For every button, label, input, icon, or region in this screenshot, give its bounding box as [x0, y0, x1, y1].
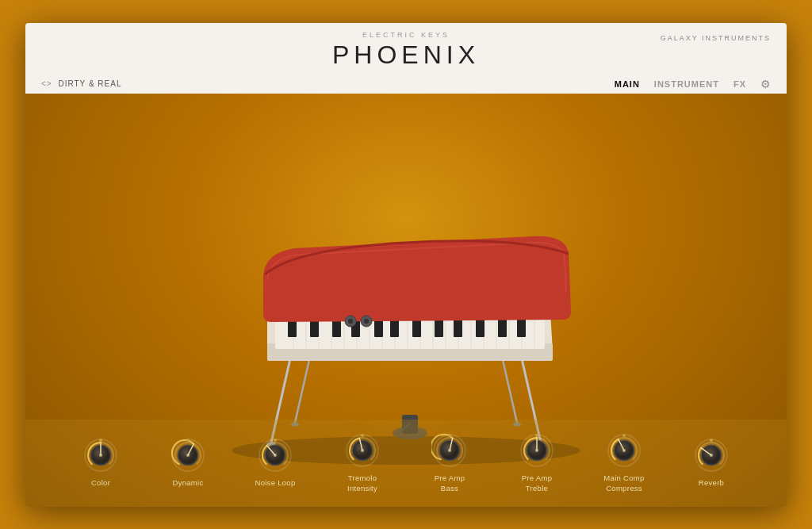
knob-label-pre-amp-treble: Pre Amp Treble: [522, 473, 553, 493]
controls-bar: Color Dynamic: [25, 420, 787, 507]
svg-point-89: [710, 454, 713, 457]
svg-point-59: [186, 454, 190, 457]
knob-label-main-comp-compress: Main Comp Compress: [603, 473, 644, 493]
knob-noise-loop[interactable]: [257, 437, 293, 473]
power-dot-tremolo-intensity: [361, 434, 364, 437]
nav-bar: <> DIRTY & REAL MAIN INSTRUMENT FX ⚙: [41, 73, 771, 94]
power-dot-pre-amp-bass: [448, 434, 451, 437]
svg-point-64: [274, 454, 277, 457]
knob-pre-amp-bass[interactable]: [431, 432, 468, 469]
preset-selector[interactable]: <> DIRTY & REAL: [41, 79, 121, 88]
knob-group-pre-amp-treble: Pre Amp Treble: [493, 432, 580, 493]
knob-group-reverb: Reverb: [668, 437, 755, 488]
nav-right: MAIN INSTRUMENT FX ⚙: [615, 78, 771, 90]
power-dot-main-comp-compress: [622, 434, 626, 437]
svg-point-74: [448, 449, 451, 452]
piano-illustration: [136, 109, 676, 458]
svg-point-49: [364, 319, 369, 324]
preset-arrows: <>: [41, 79, 52, 88]
svg-point-47: [348, 319, 353, 324]
settings-icon[interactable]: ⚙: [760, 78, 771, 90]
tab-main[interactable]: MAIN: [615, 79, 640, 89]
knob-group-main-comp-compress: Main Comp Compress: [580, 432, 668, 493]
knob-label-noise-loop: Noise Loop: [255, 478, 295, 488]
preset-name: DIRTY & REAL: [58, 79, 121, 88]
content-area: Color Dynamic: [25, 94, 787, 507]
power-dot-dynamic: [186, 439, 190, 442]
knob-reverb[interactable]: [693, 437, 730, 473]
knob-label-dynamic: Dynamic: [172, 478, 203, 488]
knob-group-dynamic: Dynamic: [144, 437, 232, 488]
plugin-window: GALAXY INSTRUMENTS ELECTRIC KEYS PHOENIX…: [25, 23, 787, 507]
svg-point-69: [361, 449, 364, 452]
knob-group-noise-loop: Noise Loop: [232, 437, 319, 488]
knob-dynamic[interactable]: [170, 437, 206, 473]
knob-group-pre-amp-bass: Pre Amp Bass: [406, 432, 493, 493]
outer-wrapper: GALAXY INSTRUMENTS ELECTRIC KEYS PHOENIX…: [17, 15, 795, 515]
knob-label-reverb: Reverb: [699, 478, 724, 488]
svg-point-84: [622, 449, 626, 452]
tab-instrument[interactable]: INSTRUMENT: [654, 79, 719, 89]
knob-tremolo-intensity[interactable]: [344, 432, 381, 469]
subtitle-label: ELECTRIC KEYS: [362, 31, 450, 39]
brand-label: GALAXY INSTRUMENTS: [661, 34, 771, 42]
knob-label-pre-amp-bass: Pre Amp Bass: [435, 473, 465, 493]
header: GALAXY INSTRUMENTS ELECTRIC KEYS PHOENIX…: [25, 23, 787, 94]
svg-point-54: [99, 454, 102, 457]
title-label: PHOENIX: [332, 40, 480, 70]
knob-group-tremolo-intensity: Tremolo Intensity: [319, 432, 406, 493]
knob-label-tremolo-intensity: Tremolo Intensity: [347, 473, 377, 493]
power-dot-pre-amp-treble: [535, 434, 538, 437]
svg-point-79: [535, 449, 538, 452]
knob-main-comp-compress[interactable]: [606, 432, 642, 469]
tab-fx[interactable]: FX: [733, 79, 746, 89]
knob-label-color: Color: [91, 478, 110, 488]
knob-pre-amp-treble[interactable]: [519, 432, 555, 469]
power-dot-noise-loop: [274, 439, 277, 442]
knob-color[interactable]: [82, 437, 119, 473]
power-dot-color: [99, 439, 102, 442]
knob-group-color: Color: [57, 437, 144, 488]
power-dot-reverb: [710, 439, 713, 442]
